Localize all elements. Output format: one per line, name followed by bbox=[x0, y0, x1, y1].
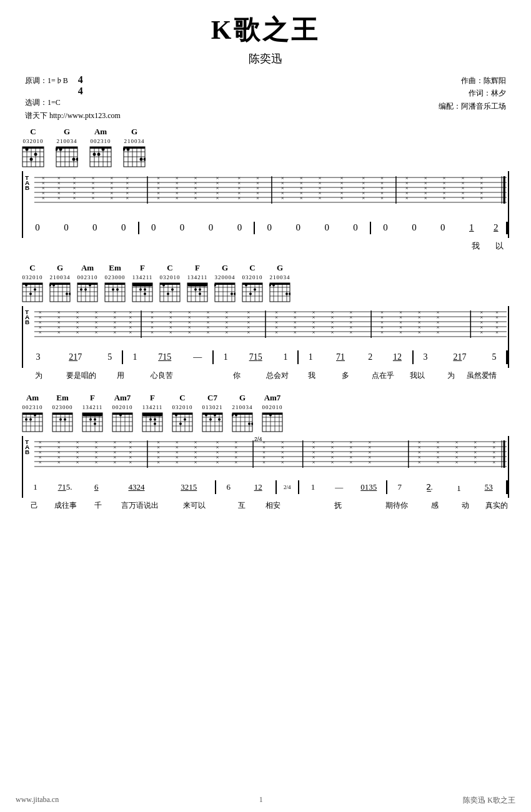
svg-text:×: × bbox=[176, 459, 179, 465]
svg-text:×: × bbox=[126, 195, 129, 201]
svg-point-11 bbox=[30, 157, 33, 161]
svg-text:×: × bbox=[194, 459, 197, 465]
svg-point-464 bbox=[89, 418, 92, 420]
chord-g-1: G 210034 bbox=[56, 127, 78, 167]
svg-text:×: × bbox=[110, 195, 113, 201]
svg-text:×: × bbox=[76, 459, 79, 465]
svg-point-277 bbox=[234, 292, 236, 295]
svg-text:×: × bbox=[73, 195, 76, 201]
svg-point-216 bbox=[80, 288, 82, 290]
svg-point-34 bbox=[102, 147, 105, 151]
svg-point-252 bbox=[167, 292, 169, 295]
svg-rect-237 bbox=[132, 284, 152, 286]
svg-point-302 bbox=[289, 292, 290, 295]
svg-text:×: × bbox=[399, 329, 402, 335]
svg-point-527 bbox=[251, 422, 253, 425]
svg-point-442 bbox=[25, 418, 27, 420]
chord-f-2: F 134211 bbox=[187, 263, 208, 302]
svg-text:×: × bbox=[76, 329, 79, 335]
svg-text:×: × bbox=[418, 459, 421, 465]
svg-point-226 bbox=[112, 288, 114, 290]
svg-text:×: × bbox=[113, 459, 116, 465]
svg-text:×: × bbox=[380, 195, 384, 201]
svg-point-48 bbox=[140, 157, 143, 161]
svg-text:×: × bbox=[461, 195, 464, 201]
header-info: 原调：1=♭B 4 4 选调：1=C 谱天下 http://www.ptx123… bbox=[0, 69, 531, 124]
svg-point-10 bbox=[34, 152, 37, 156]
svg-point-512 bbox=[209, 418, 212, 420]
chord-am: Am 002310 bbox=[89, 127, 112, 167]
svg-point-499 bbox=[175, 413, 177, 416]
svg-point-301 bbox=[285, 292, 288, 295]
svg-point-265 bbox=[199, 292, 201, 295]
svg-point-289 bbox=[249, 292, 252, 295]
svg-text:×: × bbox=[57, 329, 61, 335]
svg-point-24 bbox=[76, 157, 79, 161]
svg-point-489 bbox=[154, 422, 156, 425]
svg-text:×: × bbox=[349, 459, 352, 465]
svg-point-203 bbox=[66, 292, 68, 295]
svg-text:×: × bbox=[294, 329, 297, 335]
svg-text:×: × bbox=[113, 329, 116, 335]
svg-point-214 bbox=[89, 284, 91, 286]
svg-text:×: × bbox=[234, 459, 237, 465]
svg-text:×: × bbox=[300, 195, 303, 201]
chord-f-3: F 134211 bbox=[82, 393, 103, 432]
chord-em-2: Em 023000 bbox=[52, 393, 73, 432]
arranger: 编配：阿潘音乐工场 bbox=[439, 100, 506, 112]
svg-text:×: × bbox=[474, 459, 477, 465]
svg-text:×: × bbox=[380, 329, 384, 335]
svg-text:×: × bbox=[368, 459, 371, 465]
svg-point-22 bbox=[59, 147, 62, 151]
svg-text:×: × bbox=[194, 195, 197, 201]
svg-point-300 bbox=[272, 284, 275, 286]
svg-text:B: B bbox=[25, 448, 29, 455]
svg-text:×: × bbox=[57, 459, 61, 465]
chord-em: Em 023000 bbox=[104, 263, 126, 302]
chord-row-2: C 032010 G 210034 bbox=[0, 260, 531, 305]
svg-rect-486 bbox=[142, 413, 162, 416]
svg-text:×: × bbox=[495, 329, 499, 335]
notation-row-1: 0 0 0 0 0 0 0 0 0 0 0 0 0 0 0 1 2 bbox=[22, 218, 509, 238]
svg-text:×: × bbox=[39, 459, 42, 465]
svg-text:×: × bbox=[247, 329, 250, 335]
chord-c-5: C 032010 bbox=[172, 393, 193, 432]
footer: www.jitaba.cn 1 陈奕迅 K歌之王 bbox=[0, 795, 531, 806]
chord-g-2: G 210034 bbox=[123, 127, 146, 167]
svg-text:×: × bbox=[39, 329, 42, 335]
svg-point-452 bbox=[59, 418, 62, 420]
section2: C 032010 G 210034 bbox=[0, 260, 531, 383]
svg-point-440 bbox=[34, 413, 36, 416]
selected-key: 选调：1=C bbox=[25, 96, 121, 109]
lyrics-row-2: 为 要是唱的 用 心良苦 你 总会对 我 多 点在乎 我以 为 虽然爱情 bbox=[22, 369, 509, 383]
svg-text:×: × bbox=[151, 329, 154, 335]
svg-text:×: × bbox=[157, 195, 160, 201]
svg-text:×: × bbox=[91, 195, 94, 201]
svg-rect-26 bbox=[90, 147, 111, 149]
svg-text:×: × bbox=[188, 329, 191, 335]
svg-text:×: × bbox=[256, 195, 259, 201]
svg-point-526 bbox=[248, 422, 251, 425]
svg-point-251 bbox=[171, 288, 174, 290]
svg-point-227 bbox=[116, 288, 119, 290]
svg-text:×: × bbox=[418, 329, 421, 335]
chord-g-5: G 210034 bbox=[269, 263, 290, 302]
svg-point-287 bbox=[245, 284, 247, 286]
chord-f-4: F 134211 bbox=[142, 393, 163, 432]
svg-point-215 bbox=[84, 288, 87, 290]
svg-point-240 bbox=[144, 292, 146, 295]
chord-am7: Am7 002010 bbox=[112, 393, 133, 432]
svg-text:×: × bbox=[206, 329, 209, 335]
section3: Am 002310 Em 023000 bbox=[0, 390, 531, 513]
svg-point-511 bbox=[205, 413, 207, 416]
svg-text:×: × bbox=[424, 195, 427, 201]
chord-g-3: G 210034 bbox=[49, 263, 71, 302]
lyrics-row-1: 我 以 bbox=[22, 239, 509, 253]
svg-text:×: × bbox=[443, 195, 446, 201]
svg-text:×: × bbox=[176, 195, 179, 201]
svg-point-190 bbox=[34, 288, 36, 290]
svg-text:×: × bbox=[169, 329, 172, 335]
svg-point-191 bbox=[29, 292, 32, 295]
svg-point-35 bbox=[97, 152, 101, 156]
svg-text:×: × bbox=[437, 459, 440, 465]
